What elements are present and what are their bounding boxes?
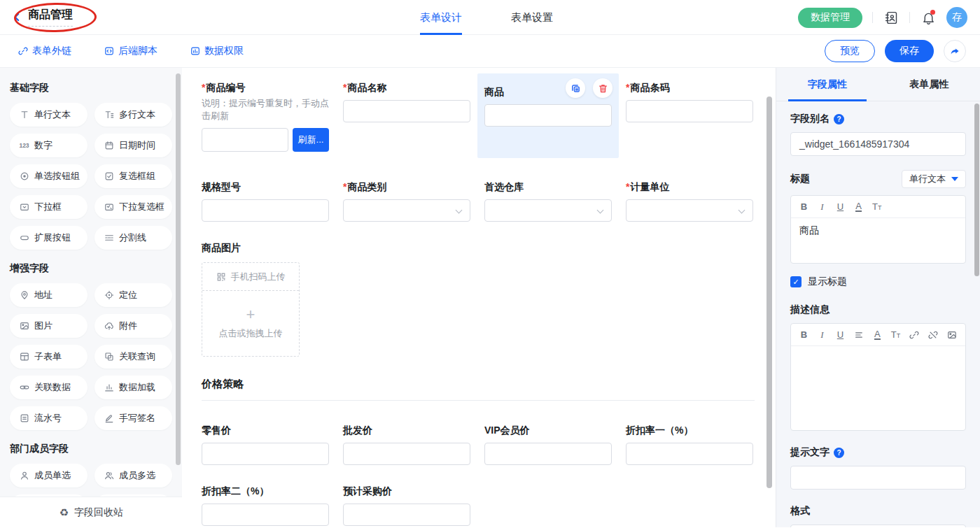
underline-tool-icon[interactable]: U xyxy=(836,329,845,340)
fontsize-tool-icon[interactable]: TT xyxy=(872,201,881,212)
sidebar-item-image[interactable]: 图片 xyxy=(10,314,88,338)
delete-field-button[interactable] xyxy=(593,78,612,98)
product-input[interactable] xyxy=(484,104,612,127)
sidebar-item-data-load[interactable]: 数据加载 xyxy=(94,376,172,399)
tab-form-design[interactable]: 表单设计 xyxy=(420,0,462,35)
scan-upload-button[interactable]: 手机扫码上传 xyxy=(202,263,299,291)
data-manage-button[interactable]: 数据管理 xyxy=(798,8,862,28)
imgtool-tool-icon[interactable] xyxy=(947,330,957,340)
back-button[interactable] xyxy=(8,9,25,26)
sidebar-item-serial-number[interactable]: 流水号 xyxy=(10,406,88,430)
bold-tool-icon[interactable]: B xyxy=(799,329,808,340)
product-name-input[interactable] xyxy=(343,100,470,122)
field-type-select[interactable]: 单行文本 xyxy=(902,170,966,188)
fontcolor-tool-icon[interactable]: A xyxy=(854,201,863,212)
unit-select[interactable] xyxy=(626,199,753,222)
share-button[interactable] xyxy=(944,40,966,62)
purchase-price-input[interactable] xyxy=(343,504,470,526)
sidebar-item-linked-query[interactable]: 关联查询 xyxy=(94,345,172,369)
field-warehouse[interactable]: 首选仓库 xyxy=(484,180,612,222)
field-discount-2[interactable]: 折扣率二（%） xyxy=(202,485,329,526)
sidebar-item-member-multi[interactable]: 成员多选 xyxy=(94,464,172,487)
sidebar-item-multi-select[interactable]: 下拉复选框 xyxy=(94,195,172,219)
sidebar-item-radio-group[interactable]: 单选按钮组 xyxy=(10,164,88,188)
field-product-code[interactable]: *商品编号 说明：提示编号重复时，手动点击刷新 刷新... xyxy=(202,81,329,152)
toolbar-link-data-permission[interactable]: 数据权限 xyxy=(190,45,244,57)
save-button[interactable]: 保存 xyxy=(885,40,934,62)
sidebar-item-address[interactable]: 地址 xyxy=(10,283,88,307)
bold-tool-icon[interactable]: B xyxy=(799,201,808,212)
tab-form-settings[interactable]: 表单设置 xyxy=(511,0,553,35)
field-product-image[interactable]: 商品图片 手机扫码上传 + 点击或拖拽上传 xyxy=(202,241,776,357)
field-recycle-bin[interactable]: ♻ 字段回收站 xyxy=(0,497,182,527)
italic-tool-icon[interactable]: I xyxy=(818,329,827,341)
toolbar-link-backend-script[interactable]: 后端脚本 xyxy=(104,45,158,57)
warehouse-select[interactable] xyxy=(484,199,612,222)
retail-price-input[interactable] xyxy=(202,443,329,465)
discount-2-input[interactable] xyxy=(202,504,329,526)
field-purchase-price[interactable]: 预计采购价 xyxy=(343,485,470,526)
preview-button[interactable]: 预览 xyxy=(825,40,875,62)
linktool-tool-icon[interactable] xyxy=(909,330,919,340)
field-spec-model[interactable]: 规格型号 xyxy=(202,180,329,222)
format-select[interactable]: 无 xyxy=(790,525,966,527)
field-product-name[interactable]: *商品名称 xyxy=(343,81,470,122)
selected-field-product[interactable]: 商品 xyxy=(477,73,619,158)
tab-field-properties[interactable]: 字段属性 xyxy=(776,68,878,101)
notification-bell-icon[interactable] xyxy=(920,9,937,26)
wholesale-price-input[interactable] xyxy=(343,443,470,465)
canvas-scrollbar[interactable] xyxy=(766,97,772,488)
italic-tool-icon[interactable]: I xyxy=(818,201,827,213)
field-retail-price[interactable]: 零售价 xyxy=(202,424,329,465)
panel-scrollbar[interactable] xyxy=(974,104,979,276)
copy-field-button[interactable] xyxy=(566,78,585,98)
sidebar-item-number[interactable]: 123数字 xyxy=(10,134,88,157)
address-book-icon[interactable] xyxy=(883,9,899,26)
sidebar-item-textarea[interactable]: 多行文本 xyxy=(94,103,172,127)
field-barcode[interactable]: *商品条码 xyxy=(626,81,753,122)
sidebar-item-signature[interactable]: 手写签名 xyxy=(94,406,172,430)
sidebar-item-linked-data[interactable]: 关联数据 xyxy=(10,376,88,399)
title-editor-content[interactable]: 商品 xyxy=(791,218,965,263)
description-editor-content[interactable] xyxy=(791,346,965,430)
sidebar-item-ext-button[interactable]: 扩展按钮 xyxy=(10,226,88,250)
product-code-input[interactable] xyxy=(202,128,288,152)
field-category[interactable]: *商品类别 xyxy=(343,180,470,222)
underline-tool-icon[interactable]: U xyxy=(836,201,845,212)
field-discount-1[interactable]: 折扣率一（%） xyxy=(626,424,753,465)
sidebar-item-subform[interactable]: 子表单 xyxy=(10,345,88,369)
sidebar-item-text[interactable]: 单行文本 xyxy=(10,103,88,127)
click-upload-area[interactable]: + 点击或拖拽上传 xyxy=(202,291,299,356)
toolbar-link-form-external-link[interactable]: 表单外链 xyxy=(18,45,71,57)
field-wholesale-price[interactable]: 批发价 xyxy=(343,424,470,465)
avatar[interactable]: 存 xyxy=(946,7,967,28)
sidebar-item-datetime[interactable]: 日期时间 xyxy=(94,134,172,157)
field-vip-price[interactable]: VIP会员价 xyxy=(484,424,612,465)
section-title-price-strategy[interactable]: 价格策略 xyxy=(202,378,776,391)
align-tool-icon[interactable] xyxy=(854,330,864,340)
discount-1-input[interactable] xyxy=(626,443,753,465)
barcode-input[interactable] xyxy=(626,100,753,122)
show-title-checkbox-row[interactable]: ✓ 显示标题 xyxy=(790,276,966,288)
sidebar-item-attachment[interactable]: 附件 xyxy=(94,314,172,338)
refresh-button[interactable]: 刷新... xyxy=(293,128,329,152)
sidebar-item-checkbox-group[interactable]: 复选框组 xyxy=(94,164,172,188)
spec-model-input[interactable] xyxy=(202,199,329,222)
fontcolor-tool-icon[interactable]: A xyxy=(873,329,882,340)
sidebar-scrollbar[interactable] xyxy=(176,73,181,465)
category-select[interactable] xyxy=(343,199,470,222)
unlink-tool-icon[interactable] xyxy=(928,330,938,340)
field-alias-input[interactable]: _widget_1661485917304 xyxy=(790,132,966,156)
sidebar-item-member-single[interactable]: 成员单选 xyxy=(10,464,88,487)
tab-form-properties[interactable]: 表单属性 xyxy=(878,68,980,101)
field-unit[interactable]: *计量单位 xyxy=(626,180,753,222)
sidebar-item-select[interactable]: 下拉框 xyxy=(10,195,88,219)
checkbox-checked-icon[interactable]: ✓ xyxy=(790,276,802,287)
hint-text-input[interactable] xyxy=(790,466,966,490)
sidebar-item-divider[interactable]: 分割线 xyxy=(94,226,172,250)
vip-price-input[interactable] xyxy=(484,443,612,465)
fontsize-tool-icon[interactable]: TT xyxy=(891,329,900,340)
question-icon[interactable]: ? xyxy=(834,114,844,124)
question-icon[interactable]: ? xyxy=(834,448,844,458)
sidebar-item-location[interactable]: 定位 xyxy=(94,283,172,307)
